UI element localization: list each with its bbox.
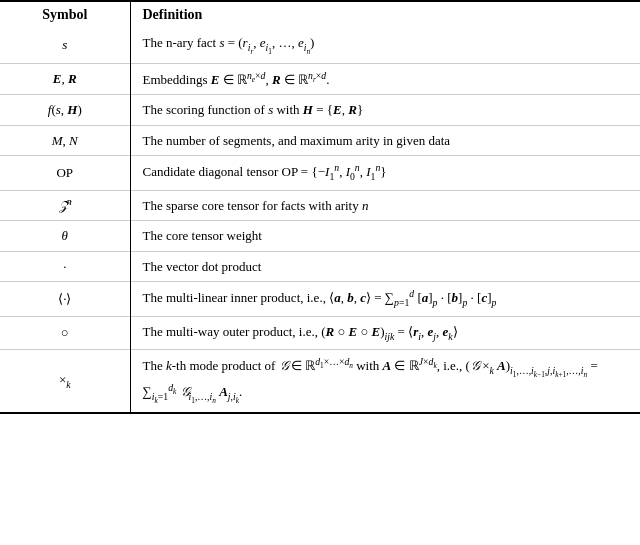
symbol-cell: ·	[0, 251, 130, 282]
definition-cell: The multi-way outer product, i.e., (R ○ …	[130, 316, 640, 349]
definition-cell: The core tensor weight	[130, 221, 640, 252]
symbol-cell: E, R	[0, 63, 130, 95]
symbol-cell: 𝒵n	[0, 190, 130, 221]
table-row: OPCandidate diagonal tensor OP = {−I1n, …	[0, 156, 640, 191]
definition-cell: The multi-linear inner product, i.e., ⟨a…	[130, 282, 640, 317]
definition-cell: Embeddings E ∈ ℝne×d, R ∈ ℝnr×d.	[130, 63, 640, 95]
symbol-cell: ×k	[0, 350, 130, 413]
table-row: 𝒵nThe sparse core tensor for facts with …	[0, 190, 640, 221]
table-row: E, REmbeddings E ∈ ℝne×d, R ∈ ℝnr×d.	[0, 63, 640, 95]
definition-cell: The n-ary fact s = (rir, ei1, …, ein)	[130, 28, 640, 63]
table-row: sThe n-ary fact s = (rir, ei1, …, ein)	[0, 28, 640, 63]
definition-column-header: Definition	[130, 1, 640, 28]
symbol-cell: s	[0, 28, 130, 63]
table-row: ⟨·⟩The multi-linear inner product, i.e.,…	[0, 282, 640, 317]
definition-cell: The sparse core tensor for facts with ar…	[130, 190, 640, 221]
table-header-row: Symbol Definition	[0, 1, 640, 28]
table-row: ×kThe k-th mode product of 𝒢 ∈ ℝd1×…×dn …	[0, 350, 640, 413]
symbol-cell: M, N	[0, 125, 130, 156]
symbol-cell: ○	[0, 316, 130, 349]
definition-cell: The k-th mode product of 𝒢 ∈ ℝd1×…×dn wi…	[130, 350, 640, 413]
symbol-cell: f(s, H)	[0, 95, 130, 126]
table-row: M, NThe number of segments, and maximum …	[0, 125, 640, 156]
notation-table: Symbol Definition sThe n-ary fact s = (r…	[0, 0, 640, 414]
symbol-cell: OP	[0, 156, 130, 191]
definition-cell: Candidate diagonal tensor OP = {−I1n, I0…	[130, 156, 640, 191]
table-row: θThe core tensor weight	[0, 221, 640, 252]
definition-cell: The vector dot product	[130, 251, 640, 282]
symbol-cell: θ	[0, 221, 130, 252]
definition-cell: The number of segments, and maximum arit…	[130, 125, 640, 156]
table-row: ○The multi-way outer product, i.e., (R ○…	[0, 316, 640, 349]
table-row: ·The vector dot product	[0, 251, 640, 282]
symbol-column-header: Symbol	[0, 1, 130, 28]
symbol-cell: ⟨·⟩	[0, 282, 130, 317]
table-row: f(s, H)The scoring function of s with H …	[0, 95, 640, 126]
definition-cell: The scoring function of s with H = {E, R…	[130, 95, 640, 126]
